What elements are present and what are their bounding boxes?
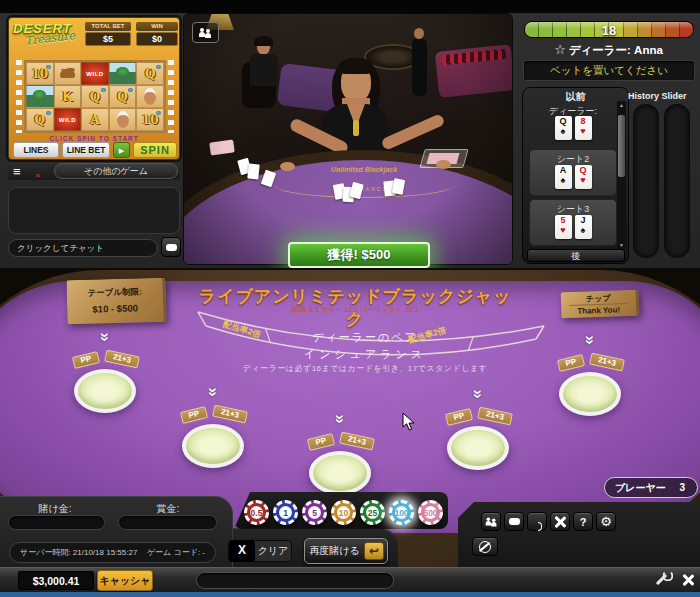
win-group: WIN $0: [136, 22, 178, 46]
lines-button[interactable]: LINES: [13, 142, 59, 158]
sound-button[interactable]: [527, 512, 547, 531]
help-icon: ?: [580, 516, 587, 528]
chip-value: 0.5: [247, 503, 266, 522]
favorite-star-icon[interactable]: ☆: [554, 42, 566, 57]
main-bet-circle[interactable]: [309, 451, 371, 495]
gear-icon: ⚙: [600, 514, 612, 529]
line-bet-button[interactable]: LINE BET: [62, 142, 110, 158]
reel-cell: Q: [26, 108, 54, 131]
history-scrollbar[interactable]: ▲ ▼: [617, 101, 626, 249]
film-strip-right: [168, 60, 174, 133]
fullscreen-button[interactable]: [550, 512, 570, 531]
chip-0.5[interactable]: 0.5: [244, 500, 269, 525]
chip-row: 0.5 1 5 10 25 100 500: [244, 500, 443, 525]
clear-label: クリア: [255, 544, 291, 558]
no-timer-button[interactable]: [472, 537, 498, 556]
clear-x-icon: X: [229, 540, 255, 562]
tip-value: Thank You!: [561, 305, 636, 317]
play-icon-button[interactable]: ▶: [113, 142, 130, 158]
reel-cell: K: [54, 85, 82, 108]
slot-reels: 10 WILD Q K Q Q Q WILD A 10: [24, 60, 166, 133]
pp-bet-label[interactable]: PP: [307, 433, 335, 451]
clear-bets-button[interactable]: X クリア: [228, 540, 292, 562]
history-next-button[interactable]: 後: [527, 249, 625, 262]
reel-cell: [109, 62, 137, 85]
close-icon[interactable]: [682, 574, 694, 586]
pp-bet-label[interactable]: PP: [180, 406, 208, 424]
pp-bet-label[interactable]: PP: [72, 351, 100, 369]
total-bet-value: $5: [85, 32, 131, 46]
history-slider-track[interactable]: [633, 104, 659, 258]
21plus3-bet-label[interactable]: 21+3: [339, 432, 375, 451]
rebet-icon: ↩: [364, 542, 384, 560]
chip-100-selected[interactable]: 100: [389, 500, 414, 525]
reel-cell: 10: [26, 62, 54, 85]
tip-plaque[interactable]: チップ Thank You!: [561, 290, 640, 319]
reel-cell: [54, 62, 82, 85]
game-code: ゲーム コード: -: [147, 543, 205, 562]
dealer-name: ディーラー: Anna: [569, 44, 663, 56]
21plus3-bet-label[interactable]: 21+3: [477, 407, 513, 426]
reel-cell: [26, 85, 54, 108]
main-bet-circle[interactable]: [74, 369, 136, 413]
chat-toggle-button[interactable]: [504, 512, 524, 531]
cashier-button[interactable]: キャッシャー: [97, 570, 153, 591]
pp-bet-label[interactable]: PP: [445, 408, 473, 426]
table-limits-plaque: テーブル制限: $10 - $500: [66, 278, 166, 325]
history-dealer-cards: Q♠ 8♥: [529, 116, 617, 140]
chevron-down-icon: »: [203, 387, 223, 396]
chat-input[interactable]: [8, 239, 158, 257]
chip-1[interactable]: 1: [273, 500, 298, 525]
chip-value: 1: [276, 503, 295, 522]
main-bet-circle[interactable]: [447, 426, 509, 470]
main-bet-circle[interactable]: [559, 372, 621, 416]
chat-send-button[interactable]: [161, 237, 181, 257]
21plus3-bet-label[interactable]: 21+3: [104, 350, 140, 369]
scrollbar-thumb[interactable]: [618, 115, 625, 177]
bottom-bar: $3,000.41 キャッシャー: [0, 567, 700, 592]
chip-500[interactable]: 500: [418, 500, 443, 525]
chip-25[interactable]: 25: [360, 500, 385, 525]
chevron-down-icon: »: [468, 389, 488, 398]
history-slider-label: History Slider: [628, 91, 698, 101]
bet-timer: 18: [524, 21, 694, 38]
insurance-arc-label: インシュアランス: [272, 347, 458, 362]
timer-seconds: 18: [525, 22, 693, 37]
chat-bubble-icon: [166, 244, 177, 251]
bet-spot-4: » PP 21+3: [433, 384, 523, 472]
camera-view-button[interactable]: [192, 22, 219, 43]
history-slider-track[interactable]: [664, 104, 690, 258]
top-strip: [0, 0, 700, 13]
pp-bet-label[interactable]: PP: [557, 354, 585, 372]
player-label: プレーヤー: [615, 482, 666, 493]
chevron-down-icon: »: [95, 332, 115, 341]
help-button[interactable]: ?: [573, 512, 593, 531]
server-info-pill: サーバー時間: 21/10/18 15:55:27 ゲーム コード: -: [9, 542, 216, 563]
dealer-name-line: ☆ディーラー: Anna: [517, 42, 700, 58]
wrench-icon[interactable]: [656, 574, 667, 585]
reel-cell: [109, 108, 137, 131]
settings-button[interactable]: ⚙: [596, 512, 616, 531]
other-games-button[interactable]: その他のゲーム: [54, 163, 178, 179]
bet-spot-3: » PP 21+3: [295, 409, 385, 497]
menu-icon[interactable]: ≡: [13, 164, 21, 179]
chip-5[interactable]: 5: [302, 500, 327, 525]
chip-10[interactable]: 10: [331, 500, 356, 525]
rebet-button[interactable]: 再度賭ける ↩: [304, 538, 388, 564]
winnings-field: [118, 515, 217, 530]
21plus3-bet-label[interactable]: 21+3: [212, 405, 248, 424]
message-pill: [196, 572, 394, 589]
card: 8♥: [575, 116, 592, 140]
winnings-label: 賞金:: [133, 502, 203, 516]
slot-hint: CLICK SPIN TO START: [9, 135, 179, 142]
21plus3-bet-label[interactable]: 21+3: [589, 353, 625, 372]
bet-spot-2: » PP 21+3: [168, 382, 258, 470]
reel-cell: WILD: [81, 62, 109, 85]
main-bet-circle[interactable]: [182, 424, 244, 468]
card: A♠: [555, 165, 572, 189]
history-seat2-cards: A♠ Q♥: [529, 165, 617, 189]
people-icon: [199, 28, 212, 38]
spin-button[interactable]: SPIN: [133, 142, 177, 158]
multiview-button[interactable]: [481, 512, 501, 531]
player-count-pill: プレーヤー 3: [604, 477, 698, 498]
